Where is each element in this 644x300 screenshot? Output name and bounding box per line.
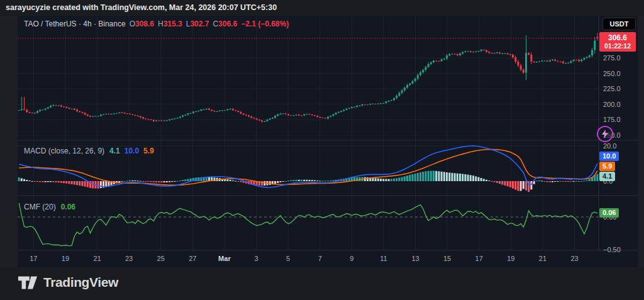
high-value: 315.3 bbox=[164, 19, 182, 28]
attribution-text: sarayucyzie created with TradingView.com… bbox=[6, 3, 277, 12]
svg-text:13: 13 bbox=[411, 255, 419, 262]
svg-text:19: 19 bbox=[507, 255, 514, 262]
tradingview-logo[interactable]: TradingView bbox=[18, 275, 118, 290]
svg-text:20.0: 20.0 bbox=[603, 142, 616, 150]
svg-text:Mar: Mar bbox=[218, 255, 231, 262]
svg-text:7: 7 bbox=[318, 255, 322, 262]
attribution-bar: sarayucyzie created with TradingView.com… bbox=[0, 0, 644, 16]
symbol-legend: TAO / TetherUS · 4h · BinanceO308.6H315.… bbox=[24, 19, 289, 28]
svg-text:5: 5 bbox=[286, 255, 290, 262]
macd-hist-value: 4.1 bbox=[109, 147, 120, 155]
cmf-legend: CMF (20)0.06 bbox=[24, 203, 75, 211]
macd-line-value: 10.0 bbox=[125, 147, 139, 155]
svg-text:27: 27 bbox=[189, 255, 196, 262]
svg-text:21: 21 bbox=[93, 255, 101, 262]
footer-bar: TradingView bbox=[0, 267, 644, 300]
svg-text:9: 9 bbox=[350, 255, 353, 262]
svg-text:175.0: 175.0 bbox=[603, 116, 621, 123]
close-value: 306.6 bbox=[218, 19, 237, 28]
last-price-badge: 306.6 01:22:12 bbox=[599, 32, 636, 52]
svg-text:11: 11 bbox=[380, 255, 387, 262]
svg-text:17: 17 bbox=[475, 255, 483, 262]
svg-text:275.0: 275.0 bbox=[603, 54, 621, 62]
cmf-value: 0.06 bbox=[61, 203, 75, 211]
svg-text:200.0: 200.0 bbox=[603, 101, 621, 108]
low-value: 302.7 bbox=[190, 19, 209, 28]
macd-legend: MACD (close, 12, 26, 9)4.110.05.9 bbox=[24, 147, 154, 155]
change-value: −2.1 (−0.68%) bbox=[241, 19, 289, 28]
svg-text:23: 23 bbox=[570, 255, 578, 262]
chart-panel[interactable]: 275.0250.0225.0200.0175.0150.020.00.00.0… bbox=[18, 16, 638, 267]
svg-text:250.0: 250.0 bbox=[603, 70, 621, 77]
symbol-title: TAO / TetherUS · 4h · Binance bbox=[24, 19, 126, 28]
open-value: 308.6 bbox=[135, 19, 154, 28]
svg-text:17: 17 bbox=[30, 255, 37, 262]
svg-text:225.0: 225.0 bbox=[603, 85, 621, 92]
close-label: C bbox=[213, 19, 218, 28]
macd-signal-value: 5.9 bbox=[143, 147, 154, 155]
chart-canvas[interactable]: 275.0250.0225.0200.0175.0150.020.00.00.0… bbox=[18, 16, 638, 267]
screenshot-root: sarayucyzie created with TradingView.com… bbox=[0, 0, 644, 300]
cmf-title: CMF (20) bbox=[24, 203, 56, 211]
high-label: H bbox=[158, 19, 164, 28]
svg-text:3: 3 bbox=[254, 255, 258, 262]
macd-signal-badge: 5.9 bbox=[599, 162, 615, 171]
tradingview-logo-text: TradingView bbox=[43, 275, 118, 290]
svg-text:19: 19 bbox=[62, 255, 69, 262]
macd-hist-badge: 4.1 bbox=[599, 172, 615, 181]
cmf-badge: 0.06 bbox=[599, 208, 619, 218]
bar-countdown: 01:22:12 bbox=[599, 42, 636, 50]
svg-text:23: 23 bbox=[125, 255, 133, 262]
macd-line-badge: 10.0 bbox=[599, 152, 619, 161]
lightning-glyph bbox=[602, 130, 608, 138]
svg-text:−0.50: −0.50 bbox=[603, 246, 621, 253]
svg-text:21: 21 bbox=[539, 255, 547, 262]
svg-text:15: 15 bbox=[443, 255, 451, 262]
svg-text:25: 25 bbox=[157, 255, 165, 262]
open-label: O bbox=[130, 19, 135, 28]
time-axis[interactable]: 171921232527Mar357911131517192123 bbox=[30, 255, 578, 262]
last-price-value: 306.6 bbox=[599, 33, 636, 42]
tradingview-logo-icon bbox=[18, 275, 38, 290]
currency-toggle-button[interactable]: USDT bbox=[602, 18, 636, 30]
candles bbox=[18, 33, 599, 122]
macd-title: MACD (close, 12, 26, 9) bbox=[24, 147, 104, 155]
boost-lightning-icon[interactable] bbox=[597, 126, 613, 142]
